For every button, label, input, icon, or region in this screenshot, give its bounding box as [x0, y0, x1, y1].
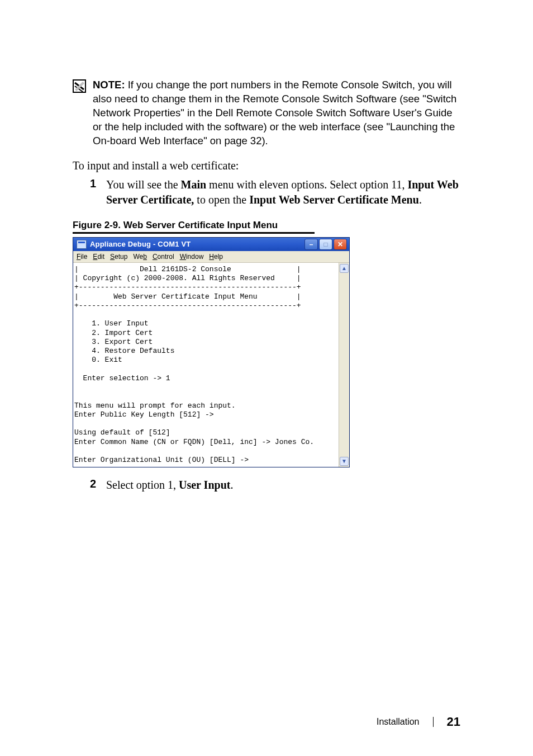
app-icon [77, 240, 87, 249]
page-footer: Installation 21 [377, 715, 460, 729]
footer-section: Installation [377, 717, 420, 727]
step-1-number: 1 [88, 177, 96, 190]
step-1-text: You will see the Main menu with eleven o… [106, 177, 460, 207]
step-2-number: 2 [88, 478, 96, 490]
note-icon [73, 79, 86, 93]
scroll-up-icon[interactable]: ▲ [340, 264, 349, 273]
step-2-text: Select option 1, User Input. [106, 478, 233, 493]
close-button[interactable]: ✕ [334, 239, 347, 250]
menu-help[interactable]: Help [209, 253, 223, 261]
step-1: 1 You will see the Main menu with eleven… [88, 177, 460, 207]
menu-web[interactable]: Web [133, 253, 146, 261]
scroll-down-icon[interactable]: ▼ [340, 457, 349, 466]
terminal-output: | Dell 2161DS-2 Console | | Copyright (c… [73, 263, 339, 467]
scrollbar[interactable]: ▲ ▼ [339, 263, 349, 467]
menu-window[interactable]: Window [180, 253, 204, 261]
footer-separator [433, 717, 434, 727]
note-prefix: NOTE: [93, 79, 125, 91]
menubar: File Edit Setup Web Control Window Help [73, 251, 349, 263]
menu-control[interactable]: Control [153, 253, 174, 261]
note-block: NOTE: If you change the port numbers in … [73, 78, 460, 148]
menu-file[interactable]: File [77, 253, 87, 261]
step-2: 2 Select option 1, User Input. [88, 478, 460, 493]
figure-caption: Figure 2-9. Web Server Certificate Input… [73, 220, 460, 231]
page-number: 21 [447, 715, 460, 729]
menu-edit[interactable]: Edit [93, 253, 104, 261]
note-text: NOTE: If you change the port numbers in … [93, 78, 460, 148]
window-title: Appliance Debug - COM1 VT [90, 240, 304, 248]
menu-setup[interactable]: Setup [110, 253, 127, 261]
screenshot-window: Appliance Debug - COM1 VT – □ ✕ File Edi… [73, 237, 350, 468]
titlebar: Appliance Debug - COM1 VT – □ ✕ [73, 238, 349, 251]
maximize-button[interactable]: □ [319, 239, 332, 250]
note-body: If you change the port numbers in the Re… [93, 79, 456, 147]
intro-line: To input and install a web certificate: [73, 158, 460, 173]
figure-rule [73, 232, 315, 234]
minimize-button[interactable]: – [304, 239, 318, 250]
window-controls: – □ ✕ [304, 239, 347, 250]
